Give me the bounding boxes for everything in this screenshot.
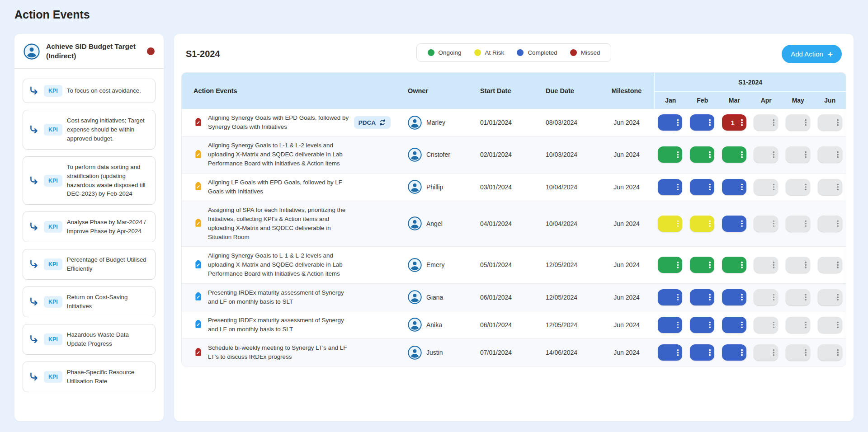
month-pill-empty[interactable]	[818, 257, 842, 273]
kebab-menu-icon[interactable]	[805, 186, 807, 188]
month-pill-completed[interactable]	[690, 289, 714, 305]
kebab-menu-icon[interactable]	[773, 352, 775, 353]
month-pill-empty[interactable]	[818, 289, 842, 305]
kebab-menu-icon[interactable]	[677, 122, 679, 123]
sidebar-kpi-item[interactable]: KPIPhase-Specific Resource Utilisation R…	[23, 362, 156, 392]
month-pill-empty[interactable]	[754, 344, 778, 361]
month-pill-empty[interactable]	[754, 146, 778, 163]
kebab-menu-icon[interactable]	[709, 296, 711, 298]
kebab-menu-icon[interactable]	[677, 186, 679, 188]
kebab-menu-icon[interactable]	[741, 122, 743, 123]
kebab-menu-icon[interactable]	[709, 352, 711, 353]
month-pill-completed[interactable]	[690, 317, 714, 333]
month-pill-empty[interactable]	[786, 146, 810, 163]
kebab-menu-icon[interactable]	[805, 122, 807, 123]
kebab-menu-icon[interactable]	[805, 154, 807, 156]
month-pill-empty[interactable]	[754, 216, 778, 232]
month-pill-empty[interactable]	[818, 146, 842, 163]
month-pill-atrisk[interactable]	[658, 216, 682, 232]
kebab-menu-icon[interactable]	[773, 122, 775, 123]
month-pill-completed[interactable]	[658, 344, 682, 361]
kebab-menu-icon[interactable]	[805, 324, 807, 326]
kebab-menu-icon[interactable]	[741, 223, 743, 225]
month-pill-completed[interactable]	[658, 114, 682, 131]
month-pill-ongoing[interactable]	[722, 146, 746, 163]
sidebar-kpi-item[interactable]: KPIHazardous Waste Data Update Progress	[23, 324, 156, 355]
kebab-menu-icon[interactable]	[677, 264, 679, 266]
kebab-menu-icon[interactable]	[837, 296, 839, 298]
month-pill-empty[interactable]	[818, 216, 842, 232]
month-pill-empty[interactable]	[818, 317, 842, 333]
kebab-menu-icon[interactable]	[837, 352, 839, 353]
kebab-menu-icon[interactable]	[773, 264, 775, 266]
month-pill-missed[interactable]: 1	[722, 114, 746, 131]
pdca-badge[interactable]: PDCA	[354, 116, 391, 129]
kebab-menu-icon[interactable]	[741, 264, 743, 266]
kebab-menu-icon[interactable]	[773, 296, 775, 298]
month-pill-empty[interactable]	[818, 114, 842, 131]
kebab-menu-icon[interactable]	[741, 296, 743, 298]
add-action-button[interactable]: Add Action +	[782, 45, 842, 63]
kebab-menu-icon[interactable]	[677, 223, 679, 225]
month-pill-empty[interactable]	[786, 344, 810, 361]
month-pill-empty[interactable]	[786, 216, 810, 232]
kebab-menu-icon[interactable]	[837, 223, 839, 225]
sidebar-kpi-item[interactable]: KPIPercentage of Budget Utilised Efficie…	[23, 249, 156, 280]
month-pill-completed[interactable]	[690, 344, 714, 361]
month-pill-ongoing[interactable]	[722, 257, 746, 273]
month-pill-completed[interactable]	[658, 179, 682, 195]
kebab-menu-icon[interactable]	[805, 223, 807, 225]
month-pill-empty[interactable]	[754, 257, 778, 273]
kebab-menu-icon[interactable]	[677, 324, 679, 326]
month-pill-completed[interactable]	[722, 344, 746, 361]
month-pill-empty[interactable]	[754, 289, 778, 305]
month-pill-completed[interactable]	[658, 317, 682, 333]
month-pill-completed[interactable]	[658, 289, 682, 305]
sidebar-kpi-item[interactable]: KPICost saving initiatives; Target expen…	[23, 110, 156, 150]
kebab-menu-icon[interactable]	[709, 264, 711, 266]
kebab-menu-icon[interactable]	[741, 352, 743, 353]
kebab-menu-icon[interactable]	[837, 122, 839, 123]
month-pill-ongoing[interactable]	[690, 146, 714, 163]
sidebar-kpi-item[interactable]: KPIReturn on Cost-Saving Initiatives	[23, 286, 156, 317]
month-pill-completed[interactable]	[722, 216, 746, 232]
kebab-menu-icon[interactable]	[677, 154, 679, 156]
month-pill-ongoing[interactable]	[690, 257, 714, 273]
month-pill-empty[interactable]	[754, 317, 778, 333]
kebab-menu-icon[interactable]	[709, 324, 711, 326]
kebab-menu-icon[interactable]	[709, 223, 711, 225]
sidebar-kpi-item[interactable]: KPITo focus on cost avoidance.	[23, 79, 156, 103]
month-pill-completed[interactable]	[722, 289, 746, 305]
kebab-menu-icon[interactable]	[805, 352, 807, 353]
kebab-menu-icon[interactable]	[741, 324, 743, 326]
kebab-menu-icon[interactable]	[773, 186, 775, 188]
month-pill-empty[interactable]	[786, 289, 810, 305]
kebab-menu-icon[interactable]	[741, 186, 743, 188]
kebab-menu-icon[interactable]	[773, 223, 775, 225]
kebab-menu-icon[interactable]	[805, 296, 807, 298]
sidebar-kpi-item[interactable]: KPITo perform data sorting and stratific…	[23, 156, 156, 205]
kebab-menu-icon[interactable]	[837, 324, 839, 326]
month-pill-ongoing[interactable]	[658, 146, 682, 163]
month-pill-empty[interactable]	[786, 179, 810, 195]
month-pill-completed[interactable]	[722, 179, 746, 195]
kebab-menu-icon[interactable]	[837, 154, 839, 156]
sidebar-kpi-item[interactable]: KPIAnalyse Phase by Mar-2024 / Improve P…	[23, 211, 156, 242]
month-pill-atrisk[interactable]	[690, 216, 714, 232]
kebab-menu-icon[interactable]	[677, 296, 679, 298]
kebab-menu-icon[interactable]	[773, 154, 775, 156]
month-pill-empty[interactable]	[786, 114, 810, 131]
kebab-menu-icon[interactable]	[773, 324, 775, 326]
month-pill-completed[interactable]	[722, 317, 746, 333]
kebab-menu-icon[interactable]	[805, 264, 807, 266]
month-pill-empty[interactable]	[754, 179, 778, 195]
month-pill-empty[interactable]	[818, 179, 842, 195]
month-pill-completed[interactable]	[690, 179, 714, 195]
month-pill-empty[interactable]	[786, 257, 810, 273]
month-pill-empty[interactable]	[818, 344, 842, 361]
kebab-menu-icon[interactable]	[709, 122, 711, 123]
kebab-menu-icon[interactable]	[837, 186, 839, 188]
kebab-menu-icon[interactable]	[741, 154, 743, 156]
month-pill-ongoing[interactable]	[658, 257, 682, 273]
month-pill-completed[interactable]	[690, 114, 714, 131]
